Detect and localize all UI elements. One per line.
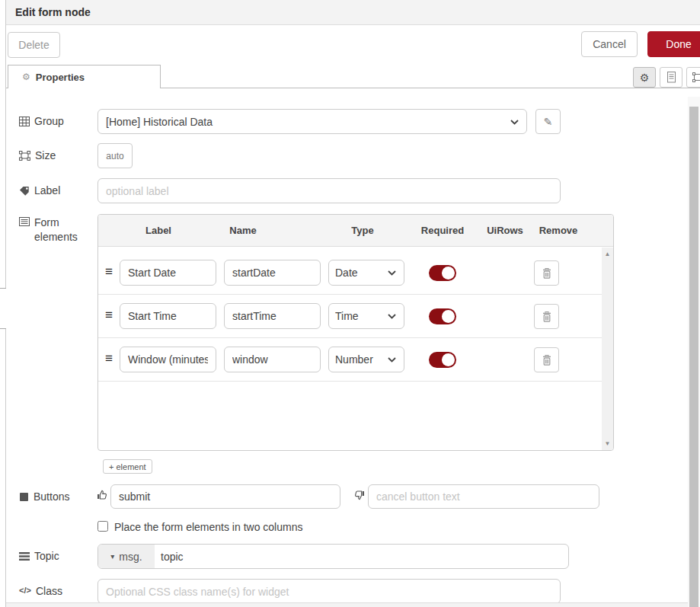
submit-button-text-input[interactable]	[110, 484, 340, 509]
properties-view-button[interactable]: ⚙	[633, 67, 656, 88]
scroll-up-icon[interactable]: ▲	[602, 251, 613, 257]
size-button[interactable]: auto	[97, 143, 133, 168]
pencil-icon: ✎	[544, 116, 553, 128]
form-elements-table-body: ≡ Date	[98, 247, 613, 382]
element-label-input[interactable]	[120, 347, 216, 372]
thumbs-down-icon	[354, 490, 366, 501]
tab-bar: ⚙ Properties ⚙	[6, 65, 700, 88]
left-rail-handle[interactable]	[0, 288, 6, 329]
delete-button[interactable]: Delete	[8, 32, 60, 58]
element-label-input[interactable]	[120, 303, 216, 329]
element-name-input[interactable]	[224, 347, 321, 372]
drag-handle-icon[interactable]: ≡	[105, 351, 113, 366]
form-elements-table: Label Name Type Required UiRows Remove ≡…	[97, 214, 614, 451]
chevron-down-icon	[388, 314, 396, 319]
chevron-down-icon	[388, 270, 396, 276]
dialog-title: Edit form node	[15, 6, 91, 18]
cancel-button[interactable]: Cancel	[581, 31, 638, 57]
topic-type-select[interactable]: ▾ msg.	[98, 545, 155, 568]
element-label-input[interactable]	[120, 260, 216, 286]
element-type-select[interactable]: Date	[328, 260, 404, 286]
trash-icon	[542, 311, 552, 323]
table-row: ≡ Date	[98, 251, 613, 295]
class-input[interactable]	[97, 579, 561, 604]
tab-properties-label: Properties	[36, 72, 85, 83]
remove-element-button[interactable]	[534, 347, 559, 372]
square-icon	[19, 492, 29, 502]
toggle-knob	[442, 310, 455, 323]
column-header-label: Label	[145, 225, 171, 236]
label-field-label: Label	[19, 184, 60, 196]
column-header-remove: Remove	[539, 225, 578, 236]
group-field-label: Group	[19, 115, 64, 127]
document-icon	[666, 71, 676, 84]
properties-gear-icon: ⚙	[22, 72, 30, 82]
group-select-value: [Home] Historical Data	[106, 116, 213, 128]
bottom-strip	[6, 602, 688, 607]
settings-gear-icon: ⚙	[640, 72, 650, 84]
table-icon	[19, 117, 30, 126]
buttons-field-label: Buttons	[19, 490, 69, 503]
dialog-scrollbar-thumb[interactable]	[689, 107, 698, 607]
topic-field-label: Topic	[19, 550, 59, 562]
size-icon	[19, 151, 30, 161]
element-name-input[interactable]	[224, 260, 321, 286]
dialog-header: Edit form node	[6, 0, 700, 25]
trash-icon	[542, 354, 552, 366]
add-element-button[interactable]: + element	[103, 459, 152, 474]
tab-properties[interactable]: ⚙ Properties	[8, 65, 161, 88]
edit-form-node-dialog: Edit form node Delete Cancel Done ⚙ Prop…	[0, 0, 700, 607]
drag-handle-icon[interactable]: ≡	[105, 308, 113, 323]
column-header-required: Required	[421, 225, 464, 236]
topic-value[interactable]: topic	[155, 545, 568, 568]
two-columns-label: Place the form elements in two columns	[114, 521, 302, 533]
appearance-view-button[interactable]	[686, 67, 700, 88]
description-view-button[interactable]	[660, 67, 682, 88]
tag-icon	[19, 186, 30, 196]
list-icon	[19, 217, 30, 226]
code-icon: </>	[19, 586, 31, 595]
edit-group-button[interactable]: ✎	[535, 109, 561, 134]
remove-element-button[interactable]	[534, 260, 559, 286]
object-frame-icon	[692, 72, 700, 83]
toggle-knob	[442, 353, 455, 366]
size-field-label: Size	[19, 149, 56, 161]
topic-typed-input[interactable]: ▾ msg. topic	[97, 544, 569, 569]
scroll-down-icon[interactable]: ▼	[602, 440, 613, 447]
cancel-button-text-input[interactable]	[368, 484, 599, 509]
bars-icon	[19, 551, 30, 561]
chevron-down-icon	[388, 357, 396, 363]
required-toggle[interactable]	[429, 308, 456, 324]
column-header-uirows: UiRows	[487, 225, 523, 236]
column-header-type: Type	[351, 225, 373, 236]
form-elements-table-header: Label Name Type Required UiRows Remove	[98, 215, 613, 247]
table-row: ≡ Number	[98, 338, 613, 382]
table-row: ≡ Time	[98, 295, 613, 338]
group-select[interactable]: [Home] Historical Data	[97, 109, 527, 134]
class-field-label: </> Class	[19, 585, 62, 597]
remove-element-button[interactable]	[534, 304, 559, 329]
element-type-select[interactable]: Time	[328, 303, 404, 329]
toggle-knob	[442, 267, 455, 280]
table-scrollbar[interactable]: ▲ ▼	[602, 248, 613, 450]
chevron-down-icon	[510, 120, 519, 125]
topic-type-label: msg.	[119, 551, 142, 563]
two-columns-checkbox[interactable]	[97, 521, 108, 532]
done-button[interactable]: Done	[647, 31, 700, 57]
element-type-select[interactable]: Number	[328, 347, 404, 372]
element-name-input[interactable]	[224, 303, 321, 329]
form-elements-field-label: Form elements	[19, 216, 82, 244]
required-toggle[interactable]	[429, 352, 456, 368]
thumbs-up-icon	[96, 489, 107, 500]
column-header-name: Name	[229, 225, 256, 236]
trash-icon	[542, 267, 552, 280]
label-input[interactable]	[97, 178, 561, 203]
required-toggle[interactable]	[429, 265, 456, 281]
caret-down-icon: ▾	[110, 552, 114, 561]
drag-handle-icon[interactable]: ≡	[105, 264, 113, 280]
